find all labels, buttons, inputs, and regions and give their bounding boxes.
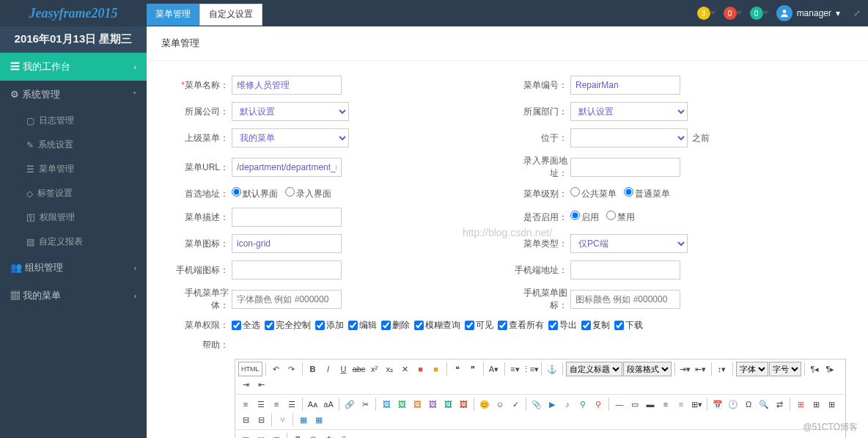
perm-check-0[interactable]: 全选 <box>232 319 260 332</box>
tbl2-btn[interactable]: ⊞ <box>809 397 823 412</box>
nav-sub-sysset[interactable]: ✎系统设置 <box>0 133 147 157</box>
preview-btn[interactable]: 👁 <box>306 432 320 438</box>
bold-btn[interactable]: B <box>306 362 320 376</box>
date2-btn[interactable]: ▭ <box>628 397 642 412</box>
italic-btn[interactable]: I <box>321 362 336 376</box>
nav-mymenu[interactable]: ▦ 我的菜单 ‹ <box>0 282 147 310</box>
date3-btn[interactable]: ▬ <box>643 397 658 412</box>
indent-btn[interactable]: ⇥▾ <box>678 362 693 376</box>
undo-btn[interactable]: ↶ <box>269 362 284 376</box>
spell-btn[interactable]: ✓ <box>508 397 523 412</box>
lineheight-btn[interactable]: ↕▾ <box>715 362 729 376</box>
level-public-radio[interactable] <box>570 187 580 197</box>
tab-menu-mgmt[interactable]: 菜单管理 <box>147 4 199 26</box>
redo-btn[interactable]: ↷ <box>284 362 299 376</box>
heading-select[interactable]: 自定义标题 <box>566 362 622 376</box>
image4-btn[interactable]: 🖼 <box>425 397 440 412</box>
grid1-btn[interactable]: ▦ <box>296 412 311 427</box>
alignright-btn[interactable]: ≡ <box>269 397 284 412</box>
clear-btn[interactable]: ✕ <box>398 362 413 376</box>
forecolor-btn[interactable]: ■ <box>413 362 428 376</box>
perm-check-7[interactable]: 查看所有 <box>498 319 544 332</box>
rtl-btn[interactable]: ¶▸ <box>823 362 838 376</box>
url-input[interactable] <box>232 158 342 177</box>
perm-check-3[interactable]: 编辑 <box>348 319 377 332</box>
link-btn[interactable]: 🔗 <box>342 397 357 412</box>
tbl3-btn[interactable]: ⊞ <box>824 397 839 412</box>
fullscreen-btn[interactable]: ✱ <box>321 432 336 438</box>
mobile-icon-input[interactable] <box>232 260 342 280</box>
help-btn[interactable]: ? <box>336 432 351 438</box>
mobile-font-input[interactable] <box>232 290 342 309</box>
backcolor-btn[interactable]: ■ <box>429 362 444 376</box>
ul-btn[interactable]: ⋮≡▾ <box>523 362 538 376</box>
image5-btn[interactable]: 🖼 <box>441 397 455 412</box>
table1-btn[interactable]: ▦ <box>238 432 253 438</box>
nav-system[interactable]: ⚙ 系统管理 ˅ <box>0 81 147 109</box>
ol-btn[interactable]: ≡▾ <box>508 362 523 376</box>
grid2-btn[interactable]: ▦ <box>312 412 326 427</box>
outdent-btn[interactable]: ⇤▾ <box>694 362 708 376</box>
company-select[interactable]: 默认设置 <box>232 102 349 121</box>
nav-sub-tag[interactable]: ◇标签设置 <box>0 181 147 205</box>
nav-org[interactable]: 👥 组织管理 ‹ <box>0 254 147 282</box>
perm-check-2[interactable]: 添加 <box>315 319 344 332</box>
entry-input[interactable] <box>570 158 680 177</box>
nav-sub-menu[interactable]: ☰菜单管理 <box>0 157 147 181</box>
perm-check-8[interactable]: 导出 <box>548 319 577 332</box>
pref-default-radio[interactable] <box>232 187 241 197</box>
date-btn[interactable]: 📅 <box>710 397 725 412</box>
tbl4-btn[interactable]: ⊟ <box>238 412 253 427</box>
attach-btn[interactable]: 📎 <box>529 397 544 412</box>
perm-check-10[interactable]: 下载 <box>614 319 643 332</box>
fontcolor-btn[interactable]: A▾ <box>487 362 501 376</box>
video-btn[interactable]: ▶ <box>545 397 559 412</box>
enable-off-radio[interactable] <box>606 211 616 220</box>
sub-btn[interactable]: x₂ <box>383 362 397 376</box>
perm-check-9[interactable]: 复制 <box>581 319 610 332</box>
find-btn[interactable]: 🔍 <box>757 397 771 412</box>
replace-btn[interactable]: ⇄ <box>772 397 787 412</box>
size-select[interactable]: 字号 <box>769 362 801 376</box>
perm-check-1[interactable]: 完全控制 <box>265 319 311 332</box>
outdent2-btn[interactable]: ⇤ <box>254 377 268 392</box>
source-btn[interactable]: HTML <box>238 362 262 376</box>
nav-workbench[interactable]: ☰ 我的工作台 ‹ <box>0 53 147 81</box>
time-btn[interactable]: 🕐 <box>726 397 740 412</box>
expand-icon[interactable]: ⤢ <box>853 8 861 18</box>
icon-input[interactable] <box>232 234 342 253</box>
dept-select[interactable]: 默认设置 <box>570 102 688 121</box>
music-btn[interactable]: ♪ <box>560 397 575 412</box>
ltr-btn[interactable]: ¶◂ <box>808 362 823 376</box>
table2-btn[interactable]: ▤ <box>254 432 268 438</box>
tbl5-btn[interactable]: ⊟ <box>254 412 268 427</box>
nav-sub-report[interactable]: ▤自定义报表 <box>0 230 147 254</box>
code-btn[interactable]: ≡ <box>658 397 673 412</box>
position-select[interactable] <box>570 128 688 147</box>
unlink-btn[interactable]: ✂ <box>358 397 372 412</box>
menu-code-input[interactable] <box>570 76 680 95</box>
image-btn[interactable]: 🖼 <box>379 397 394 412</box>
perm-check-6[interactable]: 可见 <box>465 319 493 332</box>
notif-badge-red[interactable]: 0 <box>724 7 737 20</box>
specialchar-btn[interactable]: Ω <box>741 397 756 412</box>
underline-btn[interactable]: U <box>336 362 351 376</box>
font-select[interactable]: 字体 <box>736 362 768 376</box>
para-select[interactable]: 段落格式 <box>623 362 672 376</box>
hr-btn[interactable]: — <box>612 397 627 412</box>
tbl1-btn[interactable]: ⊞ <box>793 397 808 412</box>
pref-entry-radio[interactable] <box>285 187 295 197</box>
lower-btn[interactable]: aA <box>321 397 336 412</box>
sup-btn[interactable]: x² <box>367 362 382 376</box>
type-select[interactable]: 仅PC端 <box>570 234 688 253</box>
table3-btn[interactable]: ▥ <box>269 432 284 438</box>
parent-select[interactable]: 我的菜单 <box>232 128 349 147</box>
emoji2-btn[interactable]: ☺ <box>493 397 507 412</box>
desc-input[interactable] <box>232 208 342 227</box>
level-normal-radio[interactable] <box>624 187 633 197</box>
perm-check-4[interactable]: 删除 <box>381 319 410 332</box>
quote2-btn[interactable]: ❞ <box>466 362 480 376</box>
nav-sub-log[interactable]: ▢日志管理 <box>0 109 147 133</box>
quote-btn[interactable]: ❝ <box>450 362 465 376</box>
gmap-btn[interactable]: ⚲ <box>591 397 606 412</box>
